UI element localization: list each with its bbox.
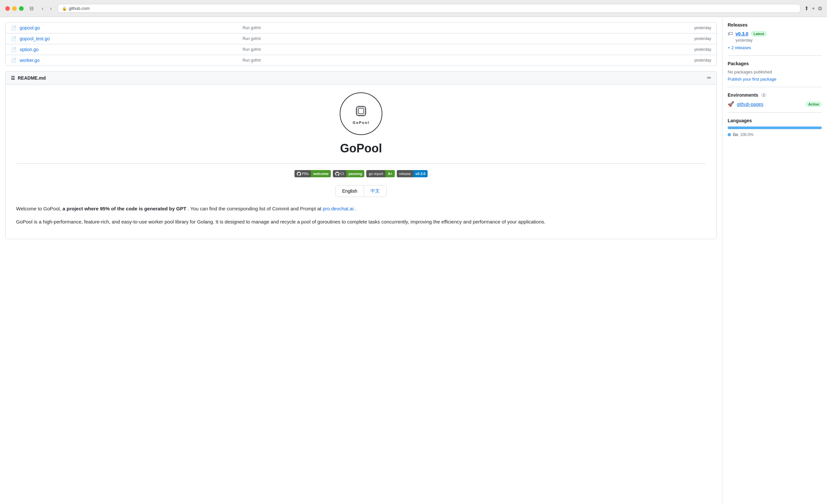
main-content: 📄 gopool.go Run gofmt yesterday 📄 gopool… [0,17,722,504]
address-bar[interactable]: 🔒 github.com [58,4,800,13]
traffic-light-red[interactable] [5,6,10,11]
file-list: 📄 gopool.go Run gofmt yesterday 📄 gopool… [5,22,717,66]
env-row: 🚀 github-pages Active [728,101,822,107]
back-button[interactable]: ‹ [40,4,45,13]
language-percent: 100.0% [740,132,753,137]
file-name[interactable]: gopool.go [20,25,239,31]
file-name[interactable]: option.go [20,47,239,52]
list-icon: ☰ [11,75,15,80]
readme-header: ☰ README.md ✏ [6,71,717,85]
badge-release-right: v0.3.0 [413,170,428,177]
badge-go-report-left: go report [366,170,385,177]
readme-intro-text: Welcome to GoPool, [16,206,61,211]
file-row: 📄 gopool.go Run gofmt yesterday [6,22,717,34]
page-layout: 📄 gopool.go Run gofmt yesterday 📄 gopool… [0,17,827,504]
forward-button[interactable]: › [48,4,53,13]
nav-controls: ‹ › [40,4,54,13]
repo-logo-circle: GoPool [340,93,382,135]
new-tab-button[interactable]: + [812,6,815,11]
file-time: yesterday [685,58,711,63]
lang-tab-english[interactable]: English [336,185,364,197]
badge-ci-left: CI [333,170,346,177]
readme-header-left: ☰ README.md [11,75,46,80]
readme-title: README.md [18,75,46,80]
file-time: yesterday [685,36,711,41]
readme-link[interactable]: pro.devchat.ai [323,206,353,211]
file-commit: Run gofmt [243,25,682,30]
repo-logo-container: GoPool GoPool [16,93,706,155]
badge-release[interactable]: release v0.3.0 [397,170,428,177]
languages-section: Languages Go 100.0% [728,113,822,142]
env-name[interactable]: github-pages [737,102,803,107]
file-icon: 📄 [11,58,16,63]
environments-section: Environments 1 🚀 github-pages Active [728,87,822,113]
readme-desc: GoPool is a high-performance, feature-ri… [16,218,706,226]
environments-title: Environments 1 [728,93,822,98]
badge-prs-right: welcome [311,170,331,177]
badge-prs-left: PRs [294,170,311,177]
badge-release-left: release [397,170,413,177]
share-button[interactable]: ⬆ [805,5,809,11]
releases-title: Releases [728,22,822,27]
file-icon: 📄 [11,25,16,31]
release-date: yesterday [735,38,822,43]
badges-row: PRs welcome CI passing go repo [16,170,706,177]
sidebar-toggle-button[interactable]: ⊟ [28,4,36,13]
file-commit: Run gofmt [243,36,682,41]
repo-main-title: GoPool [340,142,382,155]
lang-tabs: English 中文 [335,185,387,197]
cpu-icon [353,103,369,119]
file-row: 📄 gopool_test.go Run gofmt yesterday [6,34,717,44]
env-active-badge: Active [806,102,822,107]
packages-section: Packages No packages published Publish y… [728,56,822,87]
badge-ci-right: passing [346,170,364,177]
publish-package-link[interactable]: Publish your first package [728,77,777,81]
svg-rect-1 [358,108,363,114]
traffic-lights [5,6,23,11]
badge-ci[interactable]: CI passing [333,170,364,177]
file-name[interactable]: worker.go [20,58,239,63]
badge-prs[interactable]: PRs welcome [294,170,331,177]
releases-section: Releases 🏷 v0.3.0 Latest yesterday + 2 r… [728,17,822,56]
packages-title: Packages [728,61,822,66]
file-time: yesterday [685,47,711,52]
traffic-light-green[interactable] [19,6,23,11]
readme-section: ☰ README.md ✏ [5,71,717,239]
tag-icon: 🏷 [728,31,733,37]
languages-title: Languages [728,118,822,123]
browser-actions: ⬆ + ⧉ [805,5,822,11]
file-row: 📄 worker.go Run gofmt yesterday [6,55,717,65]
file-row: 📄 option.go Run gofmt yesterday [6,44,717,55]
traffic-light-yellow[interactable] [12,6,17,11]
readme-intro-bold: a project where 95% of the code is gener… [62,206,186,211]
language-bar [728,126,822,129]
repo-divider [16,163,706,164]
file-name[interactable]: gopool_test.go [20,36,239,41]
right-sidebar: Releases 🏷 v0.3.0 Latest yesterday + 2 r… [722,17,827,504]
readme-intro-end: . [355,206,356,211]
repo-logo-text: GoPool [352,121,369,124]
badge-go-report[interactable]: go report A+ [366,170,394,177]
file-commit: Run gofmt [243,47,682,52]
readme-body: GoPool GoPool PRs welcome [6,85,717,239]
env-count-badge: 1 [761,93,767,97]
release-row: 🏷 v0.3.0 Latest [728,31,822,37]
release-latest-badge: Latest [751,31,767,36]
readme-intro-rest: . You can find the corresponding list of… [188,206,323,211]
language-item: Go 100.0% [728,132,822,137]
more-releases-link[interactable]: + 2 releases [728,45,822,50]
readme-intro: Welcome to GoPool, a project where 95% o… [16,205,706,213]
release-version[interactable]: v0.3.0 [735,31,748,36]
badge-go-report-right: A+ [385,170,394,177]
tabs-button[interactable]: ⧉ [818,6,822,11]
file-icon: 📄 [11,47,16,52]
file-icon: 📄 [11,36,16,41]
no-packages-text: No packages published [728,69,822,74]
lang-tab-chinese[interactable]: 中文 [364,185,386,197]
lock-icon: 🔒 [62,6,67,11]
language-dot-go [728,133,731,136]
url-text: github.com [69,6,90,11]
readme-edit-button[interactable]: ✏ [707,75,711,81]
browser-chrome: ⊟ ‹ › 🔒 github.com ⬆ + ⧉ [0,0,827,17]
rocket-icon: 🚀 [728,101,734,107]
